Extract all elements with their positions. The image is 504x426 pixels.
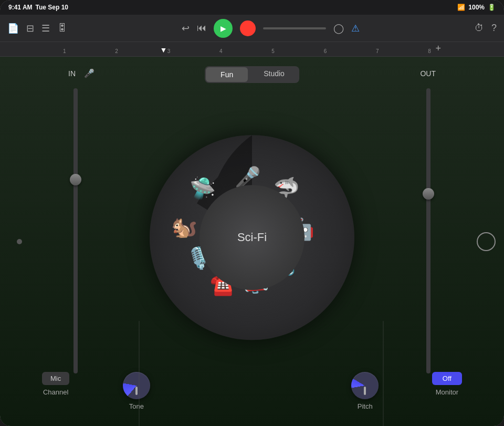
- mark-6: 6: [324, 48, 327, 54]
- timeline-ruler: 1 2 ▼ 3 4 5 6 7 8 +: [0, 42, 504, 57]
- timer-icon[interactable]: ⏱: [475, 23, 484, 34]
- input-source-icon[interactable]: 🎤: [84, 68, 94, 78]
- monitor-label: Monitor: [436, 388, 458, 396]
- help-icon[interactable]: ?: [491, 23, 497, 34]
- out-label: OUT: [420, 69, 436, 78]
- input-slider-thumb[interactable]: [70, 174, 81, 185]
- toolbar-right: ⏱ ?: [475, 23, 497, 34]
- effect-wheel[interactable]: 🎤 🦈 🤖 🫧 📣 ☎️ 🎙️ 🐿️ 🛸 Sci-Fi: [150, 135, 354, 340]
- mode-fun-button[interactable]: Fun: [206, 67, 248, 82]
- battery-icon: 🔋: [488, 4, 496, 11]
- undo-icon[interactable]: ↩: [182, 23, 190, 34]
- mark-7: 7: [376, 48, 379, 54]
- home-button[interactable]: [477, 232, 496, 251]
- wheel-outer: 🎤 🦈 🤖 🫧 📣 ☎️ 🎙️ 🐿️ 🛸 Sci-Fi: [150, 135, 354, 340]
- playhead[interactable]: ▼: [160, 46, 167, 54]
- mark-3: 3: [167, 48, 171, 54]
- output-slider: [426, 88, 430, 373]
- ipad-frame: 9:41 AM Tue Sep 10 📶 100% 🔋 📄 ⊟ ☰ 🎛 ↩ ⏮ …: [0, 0, 504, 426]
- mark-1: 1: [63, 48, 66, 54]
- pitch-knob[interactable]: [351, 372, 379, 399]
- time-display: 9:41 AM: [8, 4, 33, 11]
- rewind-icon[interactable]: ⏮: [197, 23, 206, 34]
- equalizer-icon[interactable]: 🎛: [57, 23, 67, 34]
- monitor-button[interactable]: Off: [432, 372, 462, 385]
- output-slider-thumb[interactable]: [423, 188, 434, 200]
- main-content: IN 🎤 OUT Fun Studio: [0, 57, 504, 426]
- side-button: [17, 239, 22, 244]
- transport-slider[interactable]: [263, 27, 326, 29]
- record-button[interactable]: [240, 20, 256, 36]
- wheel-selected-label: Sci-Fi: [237, 231, 267, 244]
- wheel-center[interactable]: Sci-Fi: [200, 185, 304, 290]
- play-button[interactable]: [214, 19, 233, 38]
- mode-toggle: Fun Studio: [205, 66, 299, 83]
- tone-control: Tone: [123, 372, 150, 410]
- toolbar: 📄 ⊟ ☰ 🎛 ↩ ⏮ ◯ ⚠ ⏱ ?: [0, 15, 504, 42]
- mark-8: 8: [428, 48, 431, 54]
- document-icon[interactable]: 📄: [7, 23, 19, 34]
- alert-icon[interactable]: ⚠: [351, 23, 360, 34]
- pitch-label: Pitch: [358, 402, 373, 410]
- date-display: Tue Sep 10: [36, 4, 68, 11]
- in-label: IN: [68, 69, 76, 78]
- pitch-control: Pitch: [351, 372, 379, 410]
- mic-channel-button[interactable]: Mic: [42, 372, 69, 385]
- toolbar-left: 📄 ⊟ ☰ 🎛: [7, 23, 67, 34]
- toolbar-center: ↩ ⏮ ◯ ⚠: [182, 19, 360, 38]
- mark-5: 5: [271, 48, 275, 54]
- add-track-button[interactable]: +: [435, 43, 441, 54]
- mark-2: 2: [115, 48, 118, 54]
- mic-channel-label: Channel: [43, 388, 68, 396]
- tone-knob[interactable]: [123, 372, 150, 399]
- input-slider: [74, 88, 78, 373]
- wheel-item-ufo[interactable]: 🛸: [190, 176, 216, 201]
- status-bar: 9:41 AM Tue Sep 10 📶 100% 🔋: [0, 0, 504, 15]
- battery-display: 100%: [468, 4, 485, 11]
- bottom-controls: Mic Channel Tone Pitch Off Monitor: [0, 372, 504, 410]
- status-time: 9:41 AM Tue Sep 10: [8, 4, 68, 11]
- tracks-icon[interactable]: ⊟: [26, 23, 34, 34]
- monitor-control: Off Monitor: [432, 372, 462, 396]
- mic-channel-control: Mic Channel: [42, 372, 69, 396]
- status-indicators: 📶 100% 🔋: [457, 4, 496, 11]
- mark-4: 4: [219, 48, 223, 54]
- metronome-icon[interactable]: ◯: [333, 23, 344, 34]
- mixer-icon[interactable]: ☰: [41, 23, 50, 34]
- wifi-icon: 📶: [457, 4, 465, 11]
- mode-studio-button[interactable]: Studio: [249, 66, 299, 83]
- tone-label: Tone: [129, 402, 144, 410]
- wheel-item-chipmunk[interactable]: 🐿️: [171, 215, 197, 240]
